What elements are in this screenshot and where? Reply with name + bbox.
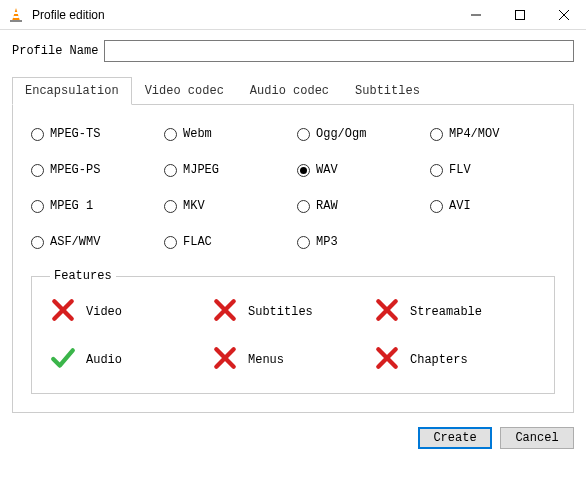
radio-mkv[interactable]: MKV	[164, 199, 289, 213]
radio-label: WAV	[316, 163, 338, 177]
radio-mp3[interactable]: MP3	[297, 235, 422, 249]
radio-label: FLV	[449, 163, 471, 177]
maximize-button[interactable]	[498, 0, 542, 29]
radio-icon	[297, 236, 310, 249]
radio-icon	[430, 200, 443, 213]
button-row: Create Cancel	[0, 413, 586, 463]
profile-name-input[interactable]	[104, 40, 574, 62]
cross-icon	[212, 297, 238, 327]
svg-rect-2	[13, 16, 19, 18]
titlebar: Profile edition	[0, 0, 586, 30]
tab-encapsulation[interactable]: Encapsulation	[12, 77, 132, 105]
feature-menus: Menus	[212, 345, 374, 375]
features-box: Features VideoSubtitlesStreamableAudioMe…	[31, 269, 555, 394]
radio-mpeg-ts[interactable]: MPEG-TS	[31, 127, 156, 141]
radio-flac[interactable]: FLAC	[164, 235, 289, 249]
radio-label: MKV	[183, 199, 205, 213]
feature-audio: Audio	[50, 345, 212, 375]
feature-label: Subtitles	[248, 305, 313, 319]
radio-icon	[164, 236, 177, 249]
tab-panel-encapsulation: MPEG-TSWebmOgg/OgmMP4/MOVMPEG-PSMJPEGWAV…	[12, 105, 574, 413]
radio-raw[interactable]: RAW	[297, 199, 422, 213]
radio-icon	[297, 164, 310, 177]
tab-video-codec[interactable]: Video codec	[132, 77, 237, 105]
radio-icon	[164, 128, 177, 141]
vlc-icon	[8, 7, 24, 23]
radio-flv[interactable]: FLV	[430, 163, 555, 177]
radio-mjpeg[interactable]: MJPEG	[164, 163, 289, 177]
radio-wav[interactable]: WAV	[297, 163, 422, 177]
radio-asf-wmv[interactable]: ASF/WMV	[31, 235, 156, 249]
radio-webm[interactable]: Webm	[164, 127, 289, 141]
svg-rect-1	[14, 12, 18, 14]
svg-rect-3	[10, 20, 22, 22]
radio-label: MP3	[316, 235, 338, 249]
feature-label: Video	[86, 305, 122, 319]
cross-icon	[374, 297, 400, 327]
radio-mp4-mov[interactable]: MP4/MOV	[430, 127, 555, 141]
minimize-button[interactable]	[454, 0, 498, 29]
feature-streamable: Streamable	[374, 297, 536, 327]
radio-icon	[430, 128, 443, 141]
cross-icon	[50, 297, 76, 327]
radio-label: MPEG-TS	[50, 127, 100, 141]
radio-icon	[164, 200, 177, 213]
radio-label: Ogg/Ogm	[316, 127, 366, 141]
radio-icon	[31, 128, 44, 141]
radio-label: MPEG 1	[50, 199, 93, 213]
feature-label: Streamable	[410, 305, 482, 319]
features-legend: Features	[50, 269, 116, 283]
tab-subtitles[interactable]: Subtitles	[342, 77, 433, 105]
radio-label: RAW	[316, 199, 338, 213]
cancel-button[interactable]: Cancel	[500, 427, 574, 449]
radio-mpeg-1[interactable]: MPEG 1	[31, 199, 156, 213]
radio-icon	[297, 128, 310, 141]
feature-subtitles: Subtitles	[212, 297, 374, 327]
radio-ogg-ogm[interactable]: Ogg/Ogm	[297, 127, 422, 141]
feature-video: Video	[50, 297, 212, 327]
window-title: Profile edition	[32, 8, 454, 22]
svg-rect-5	[516, 10, 525, 19]
feature-label: Audio	[86, 353, 122, 367]
radio-label: ASF/WMV	[50, 235, 100, 249]
cross-icon	[212, 345, 238, 375]
radio-icon	[297, 200, 310, 213]
features-grid: VideoSubtitlesStreamableAudioMenusChapte…	[50, 297, 536, 375]
radio-avi[interactable]: AVI	[430, 199, 555, 213]
radio-label: MPEG-PS	[50, 163, 100, 177]
encapsulation-grid: MPEG-TSWebmOgg/OgmMP4/MOVMPEG-PSMJPEGWAV…	[31, 127, 555, 249]
radio-icon	[31, 200, 44, 213]
radio-icon	[31, 164, 44, 177]
feature-label: Menus	[248, 353, 284, 367]
radio-label: AVI	[449, 199, 471, 213]
feature-chapters: Chapters	[374, 345, 536, 375]
check-icon	[50, 345, 76, 375]
radio-mpeg-ps[interactable]: MPEG-PS	[31, 163, 156, 177]
radio-label: MP4/MOV	[449, 127, 499, 141]
cross-icon	[374, 345, 400, 375]
close-button[interactable]	[542, 0, 586, 29]
window-controls	[454, 0, 586, 29]
radio-label: Webm	[183, 127, 212, 141]
content-area: Profile Name EncapsulationVideo codecAud…	[0, 30, 586, 413]
radio-label: FLAC	[183, 235, 212, 249]
radio-icon	[31, 236, 44, 249]
profile-name-row: Profile Name	[12, 40, 574, 62]
profile-name-label: Profile Name	[12, 44, 98, 58]
feature-label: Chapters	[410, 353, 468, 367]
tabbar: EncapsulationVideo codecAudio codecSubti…	[12, 76, 574, 105]
radio-icon	[164, 164, 177, 177]
create-button[interactable]: Create	[418, 427, 492, 449]
tab-audio-codec[interactable]: Audio codec	[237, 77, 342, 105]
svg-marker-0	[12, 8, 20, 21]
radio-icon	[430, 164, 443, 177]
radio-label: MJPEG	[183, 163, 219, 177]
